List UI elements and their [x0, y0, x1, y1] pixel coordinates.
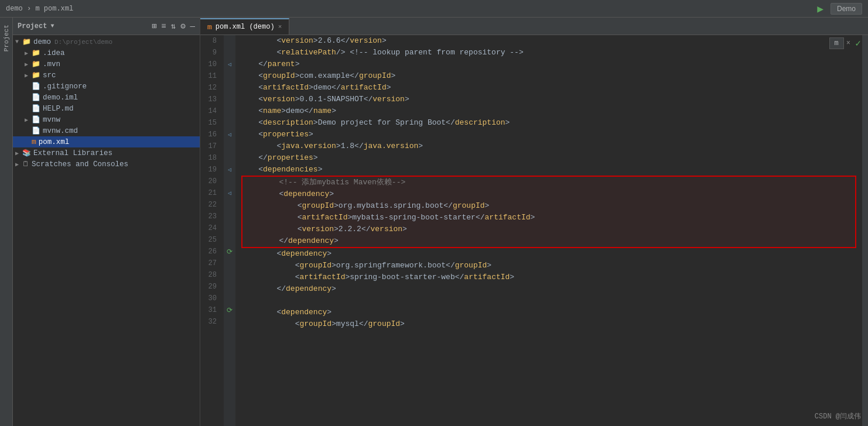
tree-icon-external-libs: 📚 [22, 149, 31, 157]
tree-item-scratches[interactable]: ▶🗒Scratches and Consoles [13, 159, 200, 170]
gutter-mark-15 [224, 117, 235, 129]
line-num-25: 25 [200, 234, 220, 246]
gutter-mark-20 [224, 176, 235, 187]
gutter-mark-9 [224, 47, 235, 59]
validation-check-icon: ✓ [855, 37, 861, 49]
demo-button[interactable]: Demo [831, 3, 862, 15]
code-line-12: <artifactId>demo</artifactId> [240, 82, 857, 94]
fold-icon: ◁ [228, 190, 231, 197]
tree-extra-demo-root: D:\project\demo [54, 39, 112, 46]
gutter-mark-28 [224, 269, 235, 281]
line-num-16: 16 [200, 129, 220, 140]
tree-item-demo-iml[interactable]: 📄demo.iml [13, 92, 200, 103]
gutter: ◁◁◁◁⟳⟳ [224, 35, 235, 426]
code-content[interactable]: <version>2.6.6</version> <relativePath/>… [235, 35, 862, 426]
gutter-mark-24 [224, 222, 235, 234]
line-num-21: 21 [200, 187, 220, 199]
run-icon[interactable]: ▶ [817, 2, 823, 15]
line-num-24: 24 [200, 222, 220, 234]
line-num-17: 17 [200, 140, 220, 152]
line-num-30: 30 [200, 293, 220, 304]
gutter-mark-27 [224, 257, 235, 269]
code-line-25: </dependency> [241, 235, 856, 248]
run-gutter-icon[interactable]: ⟳ [227, 306, 233, 315]
tree-item-gitignore[interactable]: 📄.gitignore [13, 81, 200, 92]
tree-item-external-libs[interactable]: ▶📚External Libraries [13, 147, 200, 159]
tree-label-demo-iml: demo.iml [43, 94, 78, 102]
gutter-mark-17 [224, 140, 235, 152]
gutter-mark-18 [224, 152, 235, 164]
tree-item-mvnw-cmd[interactable]: 📄mvnw.cmd [13, 125, 200, 136]
tree-icon-idea: 📁 [32, 49, 40, 57]
tree-arrow-src: ▶ [25, 72, 32, 79]
gutter-mark-10: ◁ [224, 59, 235, 70]
tab-close-btn[interactable]: × [278, 23, 282, 30]
tree-icon-pom-xml: m [32, 138, 36, 146]
line-num-23: 23 [200, 211, 220, 222]
tree-arrow-mvnw: ▶ [25, 116, 32, 123]
settings-icon[interactable]: ⚙ [180, 21, 185, 31]
gutter-mark-12 [224, 82, 235, 94]
tree-item-mvn[interactable]: ▶📁.mvn [13, 59, 200, 70]
tree-label-src: src [43, 71, 56, 80]
maven-icon-btn[interactable]: m [829, 37, 844, 49]
tree-label-mvn: .mvn [43, 60, 60, 68]
tree-item-pom-xml[interactable]: mpom.xml [13, 136, 200, 147]
tree-item-src[interactable]: ▶📁src [13, 70, 200, 81]
code-line-27: <groupId>org.springframework.boot</group… [240, 260, 857, 272]
project-panel: Project ▼ ⊞ ≡ ⇅ ⚙ — ▼📁demoD:\project\dem… [13, 18, 200, 426]
gutter-mark-16: ◁ [224, 129, 235, 140]
tree-icon-mvn: 📁 [32, 60, 40, 68]
line-num-32: 32 [200, 316, 220, 328]
tree-arrow-idea: ▶ [25, 50, 32, 57]
tree-label-demo-root: demo [33, 38, 51, 46]
gutter-mark-30 [224, 293, 235, 304]
gutter-mark-21: ◁ [224, 187, 235, 199]
gutter-mark-32 [224, 316, 235, 328]
tree-item-demo-root[interactable]: ▼📁demoD:\project\demo [13, 36, 200, 47]
tree-icon-src: 📁 [32, 71, 40, 80]
project-panel-header: Project ▼ ⊞ ≡ ⇅ ⚙ — [13, 18, 200, 35]
gutter-mark-31: ⟳ [224, 304, 235, 316]
compact-icon[interactable]: ≡ [161, 22, 166, 31]
tree-label-pom-xml: pom.xml [39, 138, 70, 146]
gutter-mark-8 [224, 35, 235, 47]
toolbar-close-btn[interactable]: × [846, 39, 850, 47]
side-tab-project[interactable]: Project [0, 18, 13, 426]
code-line-14: <name>demo</name> [240, 105, 857, 117]
code-line-11: <groupId>com.example</groupId> [240, 70, 857, 82]
gutter-mark-23 [224, 211, 235, 222]
code-line-21: <dependency> [241, 188, 856, 200]
tree-item-idea[interactable]: ▶📁.idea [13, 47, 200, 59]
tree-item-mvnw[interactable]: ▶📄mvnw [13, 114, 200, 125]
line-num-14: 14 [200, 105, 220, 117]
gutter-mark-22 [224, 199, 235, 211]
tree-label-idea: .idea [43, 49, 65, 57]
sort-icon[interactable]: ⇅ [171, 21, 176, 31]
gutter-mark-14 [224, 105, 235, 117]
line-num-22: 22 [200, 199, 220, 211]
code-line-26: <dependency> [240, 248, 857, 260]
line-num-12: 12 [200, 82, 220, 94]
line-num-10: 10 [200, 59, 220, 70]
tree-arrow-mvn: ▶ [25, 61, 32, 68]
code-line-30 [240, 295, 857, 307]
project-caret[interactable]: ▼ [50, 23, 54, 29]
code-editor: 8910111213141516171819202122232425262728… [200, 35, 868, 426]
gutter-mark-29 [224, 281, 235, 293]
run-gutter-icon[interactable]: ⟳ [227, 248, 233, 256]
locate-icon[interactable]: ⊞ [152, 21, 156, 31]
side-tab-label[interactable]: Project [2, 20, 11, 56]
tab-bar: m pom.xml (demo) × [200, 18, 868, 35]
tree-item-help-md[interactable]: 📄HELP.md [13, 103, 200, 114]
editor-wrapper: ✓ m × 8910111213141516171819202122232425… [200, 35, 868, 426]
line-num-13: 13 [200, 94, 220, 105]
code-line-31: <dependency> [240, 307, 857, 318]
title-breadcrumb: demo › m pom.xml [6, 5, 73, 13]
code-line-22: <groupId>org.mybatis.spring.boot</groupI… [241, 200, 856, 212]
code-line-9: <relativePath/> <!-- lookup parent from … [240, 47, 857, 59]
line-num-8: 8 [200, 35, 220, 47]
pom-xml-tab[interactable]: m pom.xml (demo) × [200, 18, 289, 35]
minimize-icon[interactable]: — [190, 22, 195, 31]
tree-arrow-demo-root: ▼ [15, 39, 22, 45]
